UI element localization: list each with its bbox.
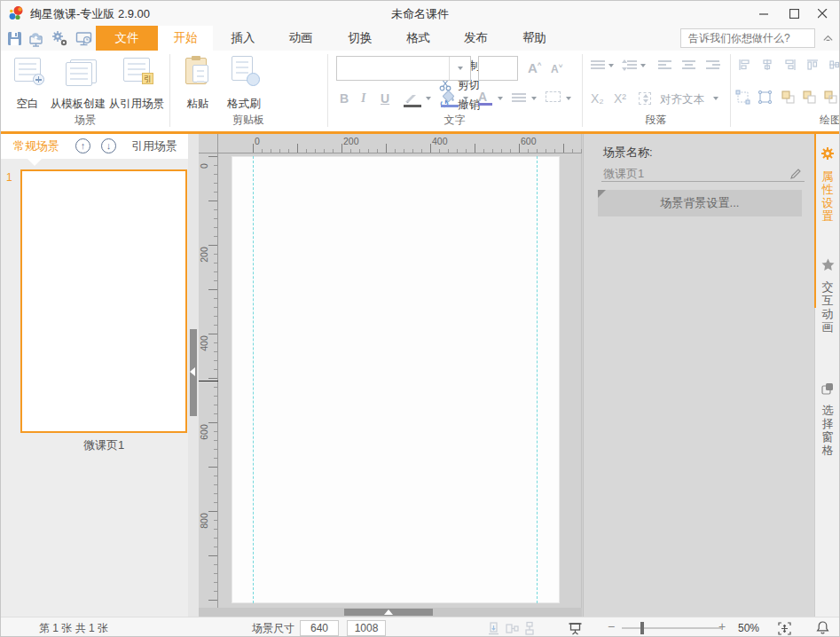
present-icon[interactable] — [568, 621, 583, 636]
shrink-font-button[interactable]: A˅ — [551, 62, 562, 75]
superscript-button[interactable]: X² — [614, 91, 626, 106]
arrange-vertical-icon[interactable] — [522, 621, 538, 636]
align-objects-right-icon[interactable] — [783, 58, 797, 72]
zoom-slider-thumb[interactable] — [640, 622, 644, 634]
scene-width-input[interactable] — [300, 620, 339, 636]
document-title: 未命名课件 — [391, 6, 449, 22]
transform-object-icon[interactable] — [758, 90, 773, 105]
clipboard-group-label: 剪贴板 — [169, 113, 327, 128]
line-style-dropdown-icon[interactable] — [531, 97, 537, 100]
new-blank-scene-button[interactable]: 空白 — [6, 54, 49, 113]
arrange-horizontal-icon[interactable] — [505, 621, 520, 636]
maximize-button[interactable] — [781, 1, 807, 26]
collapse-panel-icon[interactable] — [190, 367, 195, 376]
scene-page[interactable] — [232, 156, 560, 603]
fill-color-button[interactable] — [441, 90, 459, 104]
align-text-button[interactable]: 对齐文本 — [660, 92, 704, 107]
tab-insert[interactable]: 插入 — [215, 26, 271, 51]
tab-transition[interactable]: 切换 — [331, 26, 389, 51]
align-objects-middle-icon[interactable] — [828, 58, 840, 72]
collapse-ribbon-icon[interactable] — [821, 32, 835, 45]
panel-splitter[interactable] — [188, 134, 199, 617]
font-family-dropdown-icon[interactable] — [449, 57, 470, 80]
fit-to-window-icon[interactable] — [777, 621, 792, 636]
align-objects-top-icon[interactable] — [805, 58, 820, 72]
bring-to-front-icon[interactable] — [823, 90, 838, 105]
subscript-button[interactable]: X₂ — [591, 91, 604, 106]
zoom-in-button[interactable]: + — [718, 619, 726, 633]
bullet-list-button[interactable] — [591, 59, 605, 71]
plus-badge-icon — [33, 74, 44, 85]
tab-help[interactable]: 帮助 — [506, 26, 563, 51]
sidebar-item-interaction[interactable]: 交互动画 — [814, 258, 840, 334]
sidebar-item-selection[interactable]: 选择窗格 — [814, 382, 840, 457]
zoom-level: 50% — [738, 621, 759, 635]
cloud-upload-icon[interactable] — [27, 30, 44, 47]
fill-color-dropdown-icon[interactable] — [463, 97, 468, 100]
zoom-out-button[interactable]: − — [608, 619, 615, 633]
border-style-button[interactable] — [546, 91, 561, 102]
text-direction-button[interactable] — [639, 92, 651, 105]
font-size-combobox[interactable] — [478, 56, 518, 81]
template-doc-front-icon — [66, 62, 92, 86]
preview-screen-icon[interactable] — [75, 30, 92, 47]
scene-group: 空白 从模板创建 引 从引用场景 场景 — [1, 51, 169, 131]
sidebar-item-properties[interactable]: 属性设置 — [814, 146, 840, 223]
scene-background-button[interactable]: 场景背景设置... — [598, 190, 802, 216]
format-painter-button[interactable]: 格式刷 — [221, 54, 267, 113]
move-scene-down-button[interactable]: ↓ — [101, 138, 116, 153]
close-button[interactable] — [809, 1, 836, 26]
from-reference-scene-button[interactable]: 引 从引用场景 — [107, 54, 166, 113]
slide-thumbnail[interactable] — [20, 169, 187, 433]
tab-format[interactable]: 格式 — [389, 26, 447, 51]
line-spacing-dropdown-icon[interactable] — [640, 64, 646, 67]
font-color-dropdown-icon[interactable] — [498, 97, 503, 100]
bold-button[interactable]: B — [340, 91, 349, 106]
collapse-bottom-icon[interactable] — [384, 609, 393, 615]
grow-font-button[interactable]: A˄ — [528, 60, 542, 75]
highlight-color-button[interactable] — [404, 91, 421, 104]
move-scene-up-button[interactable]: ↑ — [75, 138, 90, 153]
tab-home[interactable]: 开始 — [158, 26, 213, 51]
align-left-button[interactable] — [658, 59, 672, 71]
scene-height-input[interactable] — [347, 620, 386, 636]
search-input[interactable] — [681, 29, 814, 47]
italic-button[interactable]: I — [361, 91, 365, 106]
notification-bell-icon[interactable] — [815, 620, 830, 635]
settings-gears-icon[interactable] — [51, 30, 68, 47]
align-right-button[interactable] — [706, 59, 720, 71]
font-family-combobox[interactable] — [336, 56, 471, 81]
save-icon[interactable] — [6, 30, 23, 47]
bottom-splitter[interactable] — [199, 608, 582, 617]
tell-me-search[interactable] — [680, 28, 815, 48]
minimize-button[interactable] — [750, 1, 777, 26]
edit-pencil-icon[interactable] — [789, 168, 802, 180]
from-template-button[interactable]: 从模板创建 — [50, 54, 106, 113]
align-text-dropdown-icon[interactable] — [713, 97, 718, 100]
bullet-dropdown-icon[interactable] — [608, 64, 614, 67]
main-area: 常规场景 ↑ ↓ 引用场景 1 微课页1 0 200 400 600 — [1, 134, 839, 617]
font-color-button[interactable]: A — [478, 90, 492, 104]
highlight-dropdown-icon[interactable] — [426, 97, 431, 100]
bullet-list-icon — [591, 59, 605, 70]
bring-forward-icon[interactable] — [781, 90, 796, 105]
tab-publish[interactable]: 发布 — [447, 26, 505, 51]
border-style-dropdown-icon[interactable] — [566, 97, 571, 100]
group-objects-icon[interactable] — [735, 90, 750, 105]
tab-file[interactable]: 文件 — [96, 26, 158, 51]
scene-size-label: 场景尺寸 — [252, 621, 294, 635]
tab-animation[interactable]: 动画 — [272, 26, 329, 51]
paste-button[interactable]: 粘贴 — [178, 54, 217, 113]
line-spacing-button[interactable] — [623, 59, 637, 71]
align-objects-center-icon[interactable] — [760, 58, 774, 72]
snap-bottom-icon[interactable] — [487, 621, 502, 636]
line-style-button[interactable] — [512, 92, 526, 103]
underline-button[interactable]: U — [381, 91, 389, 106]
scene-name-value[interactable]: 微课页1 — [603, 166, 644, 182]
zoom-slider-track[interactable] — [622, 627, 721, 629]
send-backward-icon[interactable] — [802, 90, 817, 105]
align-center-button[interactable] — [682, 59, 696, 71]
tab-normal-scenes[interactable]: 常规场景 — [13, 134, 59, 159]
tab-reference-scenes[interactable]: 引用场景 — [131, 134, 177, 159]
align-objects-left-icon[interactable] — [737, 58, 751, 72]
